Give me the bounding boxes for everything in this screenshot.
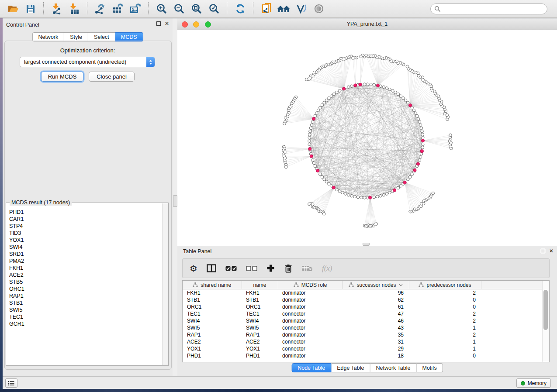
- mcds-result-item[interactable]: STB5: [9, 279, 163, 285]
- mcds-result-item[interactable]: PMA2: [9, 258, 163, 265]
- column-settings-button[interactable]: ⚙: [190, 264, 197, 273]
- table-row[interactable]: FKH1FKH1dominator962: [183, 289, 543, 297]
- delete-column-button[interactable]: [284, 264, 293, 273]
- table-row[interactable]: ORC1ORC1dominator610: [183, 303, 543, 310]
- table-cell: 0: [409, 296, 481, 303]
- table-row[interactable]: SWI4SWI4dominator462: [183, 317, 543, 324]
- column-header-name[interactable]: name: [242, 281, 278, 289]
- network-document-button[interactable]: [259, 1, 274, 16]
- close-panel-button[interactable]: Close panel: [89, 72, 135, 82]
- mcds-result-group: MCDS result (17 nodes) PHD1CAR1STP4TID3Y…: [6, 203, 169, 366]
- function-builder-button[interactable]: f(x): [322, 264, 332, 273]
- search-input[interactable]: [443, 6, 547, 13]
- tab-select[interactable]: Select: [88, 32, 115, 41]
- table-scrollbar-thumb[interactable]: [543, 290, 548, 330]
- toggle-column-panel-button[interactable]: [207, 264, 216, 272]
- table-row[interactable]: RAP1RAP1dominator352: [183, 331, 543, 338]
- export-table-button[interactable]: [110, 1, 126, 16]
- network-graph[interactable]: [177, 30, 557, 246]
- show-hide-button[interactable]: [311, 1, 327, 16]
- tab-mcds[interactable]: MCDS: [115, 32, 143, 41]
- float-panel-icon[interactable]: [156, 21, 161, 26]
- refresh-layout-button[interactable]: [232, 1, 248, 16]
- minimize-window-icon[interactable]: [193, 21, 199, 28]
- table-row[interactable]: STB1STB1dominator620: [183, 296, 543, 303]
- mcds-result-item[interactable]: GCR1: [9, 320, 163, 327]
- select-all-button[interactable]: [225, 266, 237, 271]
- save-session-button[interactable]: [23, 1, 38, 16]
- table-row[interactable]: YOX1YOX1connector291: [183, 345, 543, 352]
- table-cell: 0: [409, 352, 481, 359]
- add-column-button[interactable]: [266, 264, 275, 272]
- graphics-details-icon: [295, 3, 308, 14]
- mcds-result-item[interactable]: ORC1: [9, 285, 163, 292]
- panel-divider-vertical[interactable]: [173, 18, 177, 376]
- close-panel-icon[interactable]: ✕: [549, 249, 554, 253]
- export-network-button[interactable]: [93, 1, 108, 16]
- tab-node-table[interactable]: Node Table: [291, 363, 331, 372]
- mcds-list-scrollbar[interactable]: [162, 203, 168, 365]
- delete-table-button[interactable]: [302, 265, 313, 272]
- column-header-predecessor-nodes[interactable]: predecessor nodes: [409, 281, 481, 289]
- mcds-result-item[interactable]: SWI5: [9, 306, 163, 313]
- search-box[interactable]: [430, 3, 547, 14]
- tab-network-table[interactable]: Network Table: [370, 363, 417, 372]
- zoom-selected-button[interactable]: [206, 1, 222, 16]
- mcds-result-item[interactable]: SRD1: [9, 251, 163, 258]
- home-button[interactable]: [276, 1, 292, 16]
- mcds-result-item[interactable]: YOX1: [9, 237, 163, 244]
- maximize-window-icon[interactable]: [205, 21, 211, 28]
- column-header-MCDS-role[interactable]: MCDS role: [278, 281, 343, 289]
- import-network-button[interactable]: [49, 1, 65, 16]
- table-row[interactable]: PHD1PHD1dominator180: [183, 352, 543, 359]
- zoom-in-button[interactable]: [154, 1, 170, 16]
- table-scrollbar[interactable]: [542, 281, 549, 362]
- export-image-button[interactable]: [128, 1, 143, 16]
- mcds-result-item[interactable]: FKH1: [9, 265, 163, 272]
- network-canvas[interactable]: [177, 30, 557, 246]
- fx-icon: f(x): [322, 264, 332, 273]
- tab-style[interactable]: Style: [64, 32, 88, 41]
- divider-grip-horizontal[interactable]: [363, 243, 370, 246]
- divider-grip[interactable]: [173, 195, 177, 207]
- close-panel-icon[interactable]: ✕: [165, 21, 169, 26]
- table-cell: STB1: [242, 296, 278, 303]
- column-header-shared-name[interactable]: shared name: [183, 281, 242, 289]
- tab-edge-table[interactable]: Edge Table: [331, 363, 370, 372]
- zoom-fit-button[interactable]: [189, 1, 204, 16]
- task-history-button[interactable]: [5, 378, 17, 388]
- table-row[interactable]: TEC1TEC1connector472: [183, 310, 543, 317]
- mcds-result-item[interactable]: CAR1: [9, 216, 163, 223]
- toggle-graphics-details-button[interactable]: [294, 1, 309, 16]
- table-row[interactable]: SWI5SWI5connector431: [183, 324, 543, 331]
- unchecked-boxes-icon: [246, 266, 257, 271]
- zoom-out-button[interactable]: [171, 1, 187, 16]
- deselect-all-button[interactable]: [246, 266, 257, 271]
- column-header-successor-nodes[interactable]: successor nodes: [343, 281, 409, 289]
- mcds-result-item[interactable]: TID3: [9, 230, 163, 237]
- import-table-button[interactable]: [66, 1, 82, 16]
- mcds-result-item[interactable]: RAP1: [9, 292, 163, 299]
- mcds-result-item[interactable]: SWI4: [9, 244, 163, 251]
- status-bar: Memory: [0, 376, 557, 389]
- mcds-result-item[interactable]: PHD1: [9, 209, 163, 216]
- optimization-criterion-select[interactable]: largest connected component (undirected): [20, 57, 155, 67]
- run-mcds-button[interactable]: Run MCDS: [41, 72, 83, 82]
- network-window-titlebar[interactable]: YPA_prune.txt_1: [177, 18, 557, 30]
- open-session-button[interactable]: [5, 1, 21, 16]
- memory-button[interactable]: Memory: [516, 378, 551, 388]
- table-header-row[interactable]: shared namenameMCDS rolesuccessor nodesp…: [183, 281, 543, 289]
- delete-table-icon: [302, 265, 313, 272]
- table-row[interactable]: ACE2ACE2connector311: [183, 338, 543, 345]
- table-cell: PHD1: [183, 352, 242, 359]
- mcds-result-item[interactable]: STB1: [9, 299, 163, 306]
- mcds-result-item[interactable]: TEC1: [9, 313, 163, 320]
- tab-motifs[interactable]: Motifs: [416, 363, 443, 372]
- float-panel-icon[interactable]: [541, 249, 545, 253]
- mcds-result-item[interactable]: ACE2: [9, 272, 163, 279]
- tab-network[interactable]: Network: [32, 32, 64, 41]
- close-window-icon[interactable]: [182, 21, 188, 28]
- node-table[interactable]: shared namenameMCDS rolesuccessor nodesp…: [182, 280, 550, 362]
- mcds-result-item[interactable]: STP4: [9, 223, 163, 230]
- table-cell: YOX1: [183, 345, 242, 352]
